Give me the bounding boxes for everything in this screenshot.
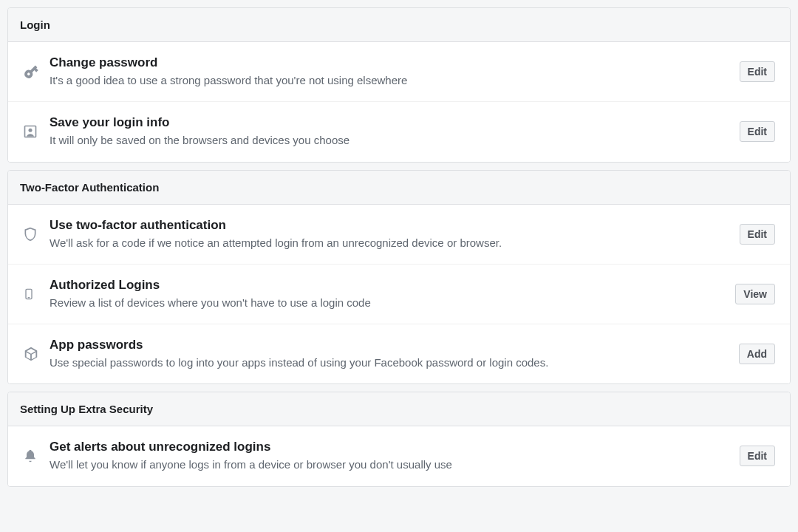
login-alerts-edit-button[interactable]: Edit [740,446,775,466]
login-alerts-title: Get alerts about unrecognized logins [50,440,731,454]
use-2fa-desc: We'll ask for a code if we notice an att… [50,236,731,250]
authorized-logins-view-button[interactable]: View [735,284,775,304]
extra-security-section-header: Setting Up Extra Security [8,392,790,426]
login-alerts-desc: We'll let you know if anyone logs in fro… [50,457,731,472]
app-passwords-title: App passwords [50,338,730,352]
save-login-edit-button[interactable]: Edit [740,121,775,142]
login-alerts-body: Get alerts about unrecognized logins We'… [50,440,740,472]
change-password-row[interactable]: Change password It's a good idea to use … [8,42,790,102]
authorized-logins-row[interactable]: Authorized Logins Review a list of devic… [8,265,790,324]
app-passwords-desc: Use special passwords to log into your a… [50,355,730,370]
two-factor-section-header: Two-Factor Authentication [8,171,790,205]
change-password-desc: It's a good idea to use a strong passwor… [50,73,731,88]
bell-icon [23,448,50,464]
shield-icon [23,226,50,242]
authorized-logins-title: Authorized Logins [50,278,726,293]
phone-icon [23,286,50,302]
use-2fa-edit-button[interactable]: Edit [740,224,775,245]
svg-point-1 [29,129,33,132]
change-password-title: Change password [50,55,731,70]
extra-security-section: Setting Up Extra Security Get alerts abo… [7,392,791,486]
two-factor-section: Two-Factor Authentication Use two-factor… [7,170,791,385]
login-section: Login Change password It's a good idea t… [7,7,791,163]
login-section-header: Login [8,8,790,42]
save-login-title: Save your login info [50,115,731,130]
authorized-logins-desc: Review a list of devices where you won't… [50,296,726,310]
change-password-edit-button[interactable]: Edit [740,61,775,82]
authorized-logins-body: Authorized Logins Review a list of devic… [50,278,735,310]
login-alerts-row[interactable]: Get alerts about unrecognized logins We'… [8,426,790,485]
save-login-row[interactable]: Save your login info It will only be sav… [8,102,790,161]
save-login-desc: It will only be saved on the browsers an… [50,133,731,148]
key-icon [23,64,50,80]
save-login-body: Save your login info It will only be sav… [50,115,740,148]
app-passwords-row[interactable]: App passwords Use special passwords to l… [8,324,790,383]
use-2fa-title: Use two-factor authentication [50,218,731,233]
package-icon [23,346,50,362]
app-passwords-body: App passwords Use special passwords to l… [50,338,739,370]
use-2fa-body: Use two-factor authentication We'll ask … [50,218,740,250]
profile-square-icon [23,124,50,139]
use-2fa-row[interactable]: Use two-factor authentication We'll ask … [8,205,790,265]
app-passwords-add-button[interactable]: Add [739,344,775,364]
change-password-body: Change password It's a good idea to use … [50,55,740,88]
